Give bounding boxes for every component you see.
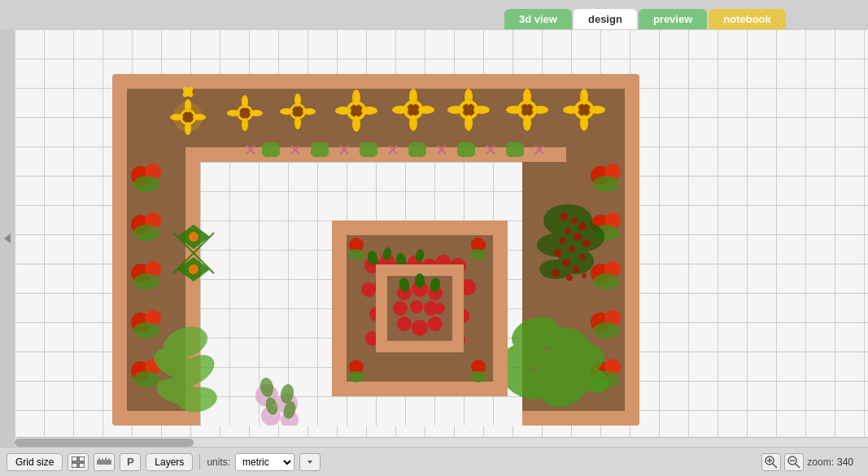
pen-icon: P — [127, 456, 134, 468]
small-inner-bed-2 — [376, 264, 464, 352]
svg-point-161 — [361, 282, 376, 297]
tab-design[interactable]: design — [574, 9, 637, 29]
tab-notebook[interactable]: notebook — [709, 9, 786, 29]
svg-line-223 — [796, 464, 800, 468]
top-navigation: 3d view design preview notebook — [0, 0, 868, 29]
svg-point-193 — [348, 371, 364, 382]
canvas-area[interactable] — [15, 29, 868, 447]
grid-size-button[interactable]: Grid size — [7, 453, 63, 471]
soil-left — [127, 89, 185, 411]
svg-point-202 — [397, 317, 412, 331]
left-sidebar — [0, 29, 15, 447]
svg-rect-211 — [79, 463, 85, 468]
zoom-controls: zoom: 340 — [761, 453, 861, 471]
bottom-toolbar: Grid size P Layers units: metric imperia… — [0, 447, 868, 476]
layers-button[interactable]: Layers — [146, 453, 193, 471]
small-bed-2-plants — [376, 264, 464, 352]
units-select[interactable]: metric imperial — [235, 453, 294, 471]
svg-point-201 — [434, 303, 445, 314]
grid-icon — [72, 456, 85, 468]
svg-point-191 — [348, 249, 364, 260]
svg-point-206 — [415, 273, 425, 288]
ruler-icon — [97, 456, 111, 468]
tab-preview[interactable]: preview — [639, 9, 707, 29]
svg-rect-209 — [79, 456, 85, 461]
svg-point-95 — [189, 264, 198, 274]
svg-marker-217 — [308, 461, 312, 464]
svg-rect-210 — [72, 463, 77, 468]
zoom-out-icon — [787, 456, 800, 469]
svg-line-219 — [773, 464, 777, 468]
zoom-out-button[interactable] — [784, 453, 804, 471]
scrollbar-thumb[interactable] — [15, 439, 194, 447]
svg-point-198 — [393, 301, 408, 316]
svg-rect-212 — [97, 460, 111, 465]
svg-point-192 — [470, 249, 486, 260]
grid-icon-button[interactable] — [68, 453, 89, 471]
svg-point-203 — [412, 320, 428, 336]
svg-point-94 — [189, 232, 198, 242]
units-label: units: — [207, 456, 230, 468]
tab-3dview[interactable]: 3d view — [504, 9, 572, 29]
svg-point-204 — [428, 317, 443, 331]
soil-top — [127, 89, 625, 147]
ruler-icon-button[interactable] — [94, 453, 115, 471]
zoom-in-icon — [765, 456, 778, 469]
scroll-left-arrow — [4, 234, 11, 243]
pen-icon-button[interactable]: P — [120, 453, 141, 471]
svg-point-194 — [470, 371, 486, 382]
dropdown-arrow-icon — [306, 458, 314, 466]
svg-point-199 — [410, 300, 423, 313]
zoom-label: zoom: — [807, 456, 834, 468]
units-arrow-button[interactable] — [299, 453, 321, 471]
svg-rect-208 — [72, 456, 77, 461]
zoom-in-button[interactable] — [761, 453, 781, 471]
horizontal-scrollbar[interactable] — [15, 437, 868, 447]
separator-1 — [199, 454, 200, 470]
zoom-value: 340 — [837, 456, 861, 468]
